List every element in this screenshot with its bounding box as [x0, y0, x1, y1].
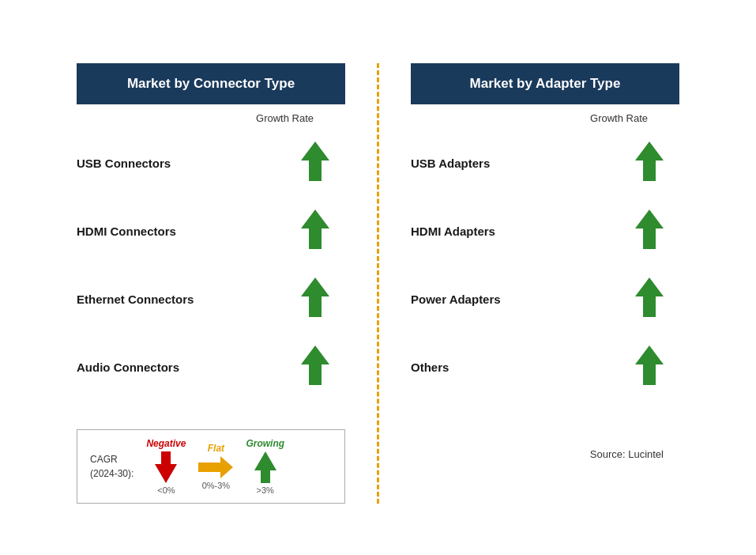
table-row: USB Connectors [77, 129, 345, 197]
svg-marker-0 [301, 142, 329, 181]
right-panel: Market by Adapter Type Growth Rate USB A… [411, 63, 679, 460]
table-row: USB Adapters [411, 129, 679, 197]
source-text: Source: Lucintel [411, 448, 679, 460]
svg-marker-8 [635, 210, 664, 249]
legend-box: CAGR (2024-30): Negative <0% Flat 0%-3% [77, 429, 345, 504]
svg-marker-7 [635, 142, 664, 181]
left-section: Market by Connector Type Growth Rate USB… [77, 63, 345, 504]
svg-marker-1 [301, 210, 329, 249]
hdmi-connectors-label: HDMI Connectors [77, 225, 176, 238]
flat-range: 0%-3% [202, 481, 230, 490]
svg-marker-6 [254, 451, 276, 483]
usb-connectors-label: USB Connectors [77, 157, 171, 170]
table-row: Others [411, 333, 679, 401]
legend-flat: Flat 0%-3% [198, 443, 233, 490]
growing-range: >3% [257, 485, 274, 495]
others-arrow [635, 345, 664, 388]
usb-connectors-arrow [301, 142, 329, 184]
legend-title: CAGR (2024-30): [90, 452, 134, 481]
hdmi-connectors-arrow [301, 210, 329, 252]
svg-marker-4 [155, 451, 177, 483]
left-growth-rate-label: Growth Rate [77, 104, 345, 129]
table-row: Audio Connectors [77, 333, 345, 401]
power-adapters-arrow [635, 278, 664, 320]
usb-adapters-arrow [635, 142, 664, 184]
negative-range: <0% [157, 485, 175, 495]
growing-label: Growing [246, 438, 284, 449]
audio-connectors-arrow [301, 345, 329, 388]
legend-negative: Negative <0% [146, 438, 186, 495]
table-row: Power Adapters [411, 265, 679, 333]
ethernet-connectors-arrow [301, 278, 329, 320]
table-row: Ethernet Connectors [77, 265, 345, 333]
right-growth-rate-label: Growth Rate [411, 104, 679, 129]
svg-marker-10 [635, 345, 664, 385]
others-label: Others [411, 361, 449, 374]
right-section: Market by Adapter Type Growth Rate USB A… [411, 63, 679, 460]
svg-marker-3 [301, 345, 329, 385]
table-row: HDMI Connectors [77, 197, 345, 265]
svg-marker-2 [301, 278, 329, 317]
panels-wrapper: Market by Connector Type Growth Rate USB… [77, 63, 679, 504]
hdmi-adapters-arrow [635, 210, 664, 252]
svg-marker-9 [635, 278, 664, 317]
left-panel-header: Market by Connector Type [77, 63, 345, 104]
flat-label: Flat [208, 443, 224, 454]
vertical-divider [377, 63, 379, 504]
usb-adapters-label: USB Adapters [411, 157, 490, 170]
legend-growing: Growing >3% [246, 438, 284, 495]
left-panel: Market by Connector Type Growth Rate USB… [77, 63, 345, 401]
power-adapters-label: Power Adapters [411, 293, 501, 306]
ethernet-connectors-label: Ethernet Connectors [77, 293, 194, 306]
table-row: HDMI Adapters [411, 197, 679, 265]
audio-connectors-label: Audio Connectors [77, 361, 179, 374]
hdmi-adapters-label: HDMI Adapters [411, 225, 495, 238]
svg-marker-5 [198, 456, 233, 478]
negative-label: Negative [146, 438, 186, 449]
main-container: Market by Connector Type Growth Rate USB… [0, 0, 756, 555]
right-panel-header: Market by Adapter Type [411, 63, 679, 104]
